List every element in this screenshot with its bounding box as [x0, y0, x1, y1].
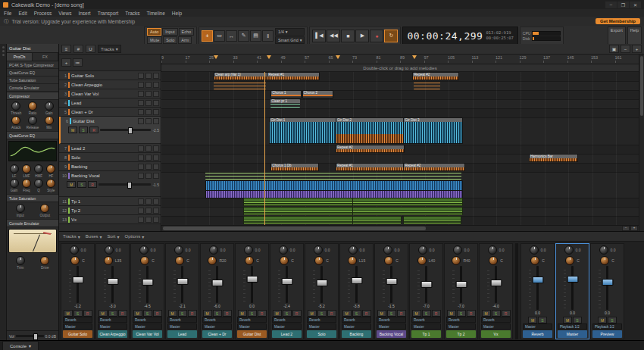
track-mini-button[interactable]: [153, 91, 159, 97]
gain-knob[interactable]: [105, 245, 114, 255]
clip-chorus-2[interactable]: Chorus 2: [302, 90, 333, 98]
menu-edit[interactable]: Edit: [18, 11, 27, 16]
record-button[interactable]: ●: [370, 30, 383, 42]
output-selector[interactable]: Master: [167, 323, 197, 330]
split-tool[interactable]: ‖: [262, 30, 274, 42]
solo-button[interactable]: S: [213, 310, 222, 317]
solo-button[interactable]: S: [108, 310, 117, 317]
track-mini-button[interactable]: [138, 155, 144, 161]
toolbar-help-button[interactable]: Help: [627, 27, 642, 45]
smart-tool[interactable]: +: [202, 30, 213, 42]
clip-repeat-1[interactable]: Repeat #1: [336, 163, 404, 171]
menu-help[interactable]: Help: [172, 11, 182, 16]
prochannel-module-quadcurve-eq[interactable]: QuadCurve EQ: [7, 69, 58, 77]
track-mini-button[interactable]: [145, 91, 152, 97]
pan-knob[interactable]: [530, 256, 539, 265]
ruler-marker[interactable]: [214, 55, 218, 59]
track-mini-button[interactable]: [138, 173, 144, 179]
gain-knob[interactable]: [530, 245, 539, 255]
stop-button[interactable]: ■: [341, 30, 355, 42]
get-membership-button[interactable]: Get Membership: [596, 18, 640, 24]
toolbar-solo-button[interactable]: Solo: [163, 36, 177, 44]
volume-fader[interactable]: [237, 266, 267, 303]
pan-knob[interactable]: [245, 256, 254, 265]
menu-transport[interactable]: Transport: [98, 11, 119, 16]
solo-button[interactable]: S: [317, 310, 327, 317]
fader-handle[interactable]: [455, 281, 467, 288]
send-selector[interactable]: Reverb: [202, 317, 232, 323]
send-selector[interactable]: Reverb: [133, 317, 162, 323]
volume-fader[interactable]: [63, 266, 92, 303]
mute-button[interactable]: M: [482, 310, 491, 317]
magnet-icon[interactable]: U: [86, 45, 95, 53]
track-header-clean-var-vol[interactable]: 3Clean Var Vol: [59, 89, 161, 98]
output-selector[interactable]: Master: [481, 323, 511, 330]
mute-button[interactable]: M: [98, 310, 108, 317]
menu-icon[interactable]: ≡: [61, 45, 71, 53]
hscroll-thumb[interactable]: [163, 227, 426, 230]
mute-button[interactable]: M: [238, 310, 247, 317]
toolbar-auto-button[interactable]: Auto: [147, 28, 161, 36]
clip-midi[interactable]: [243, 216, 354, 224]
pan-knob[interactable]: [348, 256, 357, 265]
arm-button[interactable]: R: [89, 127, 98, 133]
fader-handle[interactable]: [567, 276, 578, 283]
pan-knob[interactable]: [104, 256, 113, 265]
track-mini-button[interactable]: [153, 208, 159, 214]
output-selector[interactable]: Master: [98, 323, 127, 330]
knob-quadcurve-eq-hf[interactable]: HF: [45, 164, 57, 178]
clip-midi[interactable]: [243, 198, 354, 206]
solo-button[interactable]: S: [283, 310, 292, 317]
console-strip-vx[interactable]: 0.0C-4.0MSRReverbMasterVx: [479, 243, 513, 339]
knob[interactable]: [46, 179, 55, 188]
track-lane-backing-vocal[interactable]: [161, 172, 639, 198]
knob[interactable]: [16, 204, 25, 213]
console-menu-sort[interactable]: Sort▾: [108, 234, 120, 239]
clips-area[interactable]: Clean arp (Var 1)Repeat #1Repeat #2Choru…: [161, 72, 639, 225]
send-selector[interactable]: Reverb: [342, 317, 371, 323]
clip-orange-thin[interactable]: [214, 81, 266, 89]
output-selector[interactable]: Master: [411, 323, 441, 330]
console-strip-clean-dr[interactable]: 0.0R20-6.0MSRReverbMasterClean + Dr: [200, 243, 234, 339]
mute-button[interactable]: M: [563, 317, 572, 323]
send-selector[interactable]: Reverb: [411, 317, 441, 323]
solo-button[interactable]: S: [178, 310, 187, 317]
clip-chorus-1[interactable]: Chorus 1: [270, 90, 302, 98]
clip-midi[interactable]: [243, 207, 354, 215]
snap-mode-dropdown[interactable]: Smart Grid▾: [275, 36, 305, 44]
output-selector[interactable]: Master: [307, 323, 336, 330]
fader-handle[interactable]: [351, 277, 362, 284]
track-volume-slider[interactable]: [100, 129, 151, 131]
knob[interactable]: [10, 179, 19, 188]
filter-icon[interactable]: ≔: [73, 58, 83, 67]
prochannel-module-pc4k-s-type-compressor[interactable]: PC4K S-Type Compressor: [7, 61, 58, 69]
solo-button[interactable]: S: [387, 310, 396, 317]
clip-gtr-dist-3[interactable]: Gtr Dist 3: [403, 117, 463, 144]
clip-green-lines[interactable]: [205, 172, 461, 180]
output-selector[interactable]: Playback 1/2: [592, 323, 622, 330]
mute-button[interactable]: M: [598, 317, 607, 323]
track-header-guitar-dist[interactable]: 6Guitar DistMSR-2.5: [59, 117, 161, 144]
knob-quadcurve-eq-gain[interactable]: Gain: [8, 179, 20, 192]
knob-console-emulator-trim[interactable]: Trim: [8, 256, 33, 270]
select-tool[interactable]: ▭: [214, 30, 225, 42]
output-fader-handle[interactable]: [33, 333, 38, 340]
knob[interactable]: [34, 179, 43, 188]
move-tool[interactable]: ↔: [226, 30, 237, 42]
track-mini-button[interactable]: [145, 82, 152, 88]
track-mini-button[interactable]: [138, 145, 144, 152]
knob-compressor-attack[interactable]: Attack: [8, 116, 24, 130]
track-mini-button[interactable]: [145, 109, 152, 115]
track-mini-button[interactable]: [138, 100, 144, 106]
knob-tube-saturation-output[interactable]: Output: [33, 204, 58, 217]
play-button[interactable]: ▶: [355, 30, 369, 42]
gain-knob[interactable]: [418, 245, 427, 255]
knob[interactable]: [45, 116, 54, 125]
track-lane-vx[interactable]: [161, 216, 639, 225]
pan-knob[interactable]: [489, 256, 498, 265]
fader-handle[interactable]: [246, 276, 258, 283]
arm-button[interactable]: R: [327, 310, 336, 317]
mute-button[interactable]: M: [342, 310, 352, 317]
pan-knob[interactable]: [175, 256, 184, 265]
draw-tool[interactable]: ✎: [238, 30, 249, 42]
